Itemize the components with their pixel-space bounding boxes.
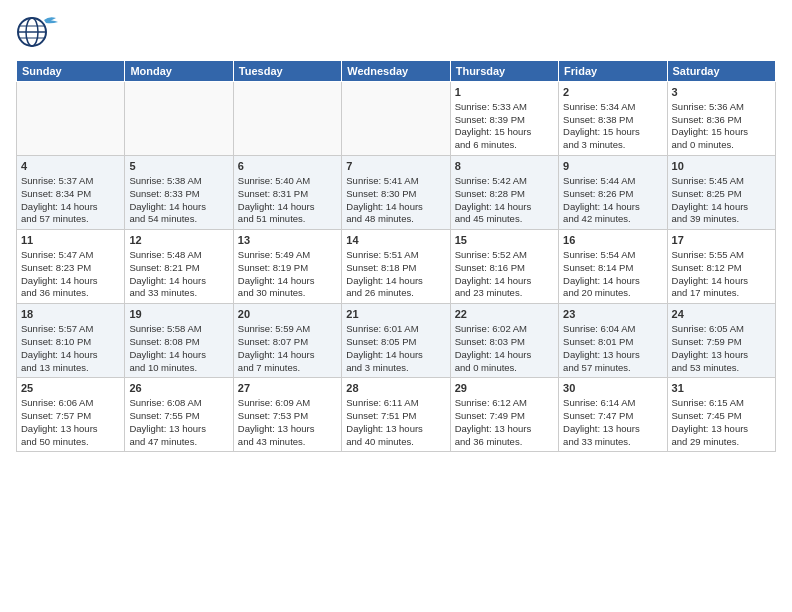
day-number: 31 [672, 381, 771, 396]
day-number: 1 [455, 85, 554, 100]
table-row: 28Sunrise: 6:11 AM Sunset: 7:51 PM Dayli… [342, 378, 450, 452]
day-info: Sunrise: 5:55 AM Sunset: 8:12 PM Dayligh… [672, 249, 771, 300]
day-number: 13 [238, 233, 337, 248]
day-info: Sunrise: 6:08 AM Sunset: 7:55 PM Dayligh… [129, 397, 228, 448]
table-row: 16Sunrise: 5:54 AM Sunset: 8:14 PM Dayli… [559, 230, 667, 304]
day-info: Sunrise: 6:11 AM Sunset: 7:51 PM Dayligh… [346, 397, 445, 448]
day-info: Sunrise: 5:41 AM Sunset: 8:30 PM Dayligh… [346, 175, 445, 226]
col-tuesday: Tuesday [233, 61, 341, 82]
day-info: Sunrise: 5:40 AM Sunset: 8:31 PM Dayligh… [238, 175, 337, 226]
day-info: Sunrise: 5:49 AM Sunset: 8:19 PM Dayligh… [238, 249, 337, 300]
table-row: 9Sunrise: 5:44 AM Sunset: 8:26 PM Daylig… [559, 156, 667, 230]
day-number: 22 [455, 307, 554, 322]
day-info: Sunrise: 5:38 AM Sunset: 8:33 PM Dayligh… [129, 175, 228, 226]
day-info: Sunrise: 6:12 AM Sunset: 7:49 PM Dayligh… [455, 397, 554, 448]
day-info: Sunrise: 5:57 AM Sunset: 8:10 PM Dayligh… [21, 323, 120, 374]
day-number: 26 [129, 381, 228, 396]
day-info: Sunrise: 5:52 AM Sunset: 8:16 PM Dayligh… [455, 249, 554, 300]
day-info: Sunrise: 5:33 AM Sunset: 8:39 PM Dayligh… [455, 101, 554, 152]
day-number: 17 [672, 233, 771, 248]
table-row: 2Sunrise: 5:34 AM Sunset: 8:38 PM Daylig… [559, 82, 667, 156]
day-info: Sunrise: 5:48 AM Sunset: 8:21 PM Dayligh… [129, 249, 228, 300]
calendar-week-row: 4Sunrise: 5:37 AM Sunset: 8:34 PM Daylig… [17, 156, 776, 230]
table-row [233, 82, 341, 156]
table-row: 20Sunrise: 5:59 AM Sunset: 8:07 PM Dayli… [233, 304, 341, 378]
day-info: Sunrise: 5:36 AM Sunset: 8:36 PM Dayligh… [672, 101, 771, 152]
table-row: 12Sunrise: 5:48 AM Sunset: 8:21 PM Dayli… [125, 230, 233, 304]
day-info: Sunrise: 5:45 AM Sunset: 8:25 PM Dayligh… [672, 175, 771, 226]
day-info: Sunrise: 5:37 AM Sunset: 8:34 PM Dayligh… [21, 175, 120, 226]
day-number: 3 [672, 85, 771, 100]
table-row: 11Sunrise: 5:47 AM Sunset: 8:23 PM Dayli… [17, 230, 125, 304]
table-row: 23Sunrise: 6:04 AM Sunset: 8:01 PM Dayli… [559, 304, 667, 378]
table-row [125, 82, 233, 156]
col-friday: Friday [559, 61, 667, 82]
day-number: 28 [346, 381, 445, 396]
col-thursday: Thursday [450, 61, 558, 82]
day-info: Sunrise: 6:02 AM Sunset: 8:03 PM Dayligh… [455, 323, 554, 374]
day-info: Sunrise: 5:59 AM Sunset: 8:07 PM Dayligh… [238, 323, 337, 374]
table-row: 17Sunrise: 5:55 AM Sunset: 8:12 PM Dayli… [667, 230, 775, 304]
table-row: 18Sunrise: 5:57 AM Sunset: 8:10 PM Dayli… [17, 304, 125, 378]
table-row: 22Sunrise: 6:02 AM Sunset: 8:03 PM Dayli… [450, 304, 558, 378]
day-number: 10 [672, 159, 771, 174]
day-number: 4 [21, 159, 120, 174]
day-number: 6 [238, 159, 337, 174]
table-row: 7Sunrise: 5:41 AM Sunset: 8:30 PM Daylig… [342, 156, 450, 230]
day-number: 9 [563, 159, 662, 174]
table-row: 31Sunrise: 6:15 AM Sunset: 7:45 PM Dayli… [667, 378, 775, 452]
day-info: Sunrise: 5:51 AM Sunset: 8:18 PM Dayligh… [346, 249, 445, 300]
day-info: Sunrise: 6:15 AM Sunset: 7:45 PM Dayligh… [672, 397, 771, 448]
day-number: 14 [346, 233, 445, 248]
day-info: Sunrise: 5:54 AM Sunset: 8:14 PM Dayligh… [563, 249, 662, 300]
day-number: 27 [238, 381, 337, 396]
page-container: Sunday Monday Tuesday Wednesday Thursday… [0, 0, 792, 612]
day-info: Sunrise: 5:58 AM Sunset: 8:08 PM Dayligh… [129, 323, 228, 374]
day-info: Sunrise: 5:42 AM Sunset: 8:28 PM Dayligh… [455, 175, 554, 226]
table-row: 6Sunrise: 5:40 AM Sunset: 8:31 PM Daylig… [233, 156, 341, 230]
table-row: 1Sunrise: 5:33 AM Sunset: 8:39 PM Daylig… [450, 82, 558, 156]
table-row [342, 82, 450, 156]
table-row: 29Sunrise: 6:12 AM Sunset: 7:49 PM Dayli… [450, 378, 558, 452]
day-number: 11 [21, 233, 120, 248]
day-number: 25 [21, 381, 120, 396]
table-row: 5Sunrise: 5:38 AM Sunset: 8:33 PM Daylig… [125, 156, 233, 230]
table-row: 27Sunrise: 6:09 AM Sunset: 7:53 PM Dayli… [233, 378, 341, 452]
table-row: 25Sunrise: 6:06 AM Sunset: 7:57 PM Dayli… [17, 378, 125, 452]
calendar-week-row: 18Sunrise: 5:57 AM Sunset: 8:10 PM Dayli… [17, 304, 776, 378]
day-number: 2 [563, 85, 662, 100]
day-number: 19 [129, 307, 228, 322]
table-row: 21Sunrise: 6:01 AM Sunset: 8:05 PM Dayli… [342, 304, 450, 378]
day-number: 18 [21, 307, 120, 322]
logo-icon [16, 12, 60, 52]
day-number: 29 [455, 381, 554, 396]
table-row: 10Sunrise: 5:45 AM Sunset: 8:25 PM Dayli… [667, 156, 775, 230]
calendar-header-row: Sunday Monday Tuesday Wednesday Thursday… [17, 61, 776, 82]
day-info: Sunrise: 6:06 AM Sunset: 7:57 PM Dayligh… [21, 397, 120, 448]
col-sunday: Sunday [17, 61, 125, 82]
table-row [17, 82, 125, 156]
day-number: 12 [129, 233, 228, 248]
table-row: 14Sunrise: 5:51 AM Sunset: 8:18 PM Dayli… [342, 230, 450, 304]
day-number: 16 [563, 233, 662, 248]
day-info: Sunrise: 6:05 AM Sunset: 7:59 PM Dayligh… [672, 323, 771, 374]
day-info: Sunrise: 5:47 AM Sunset: 8:23 PM Dayligh… [21, 249, 120, 300]
calendar-week-row: 25Sunrise: 6:06 AM Sunset: 7:57 PM Dayli… [17, 378, 776, 452]
day-number: 30 [563, 381, 662, 396]
day-info: Sunrise: 6:14 AM Sunset: 7:47 PM Dayligh… [563, 397, 662, 448]
day-number: 23 [563, 307, 662, 322]
day-info: Sunrise: 5:34 AM Sunset: 8:38 PM Dayligh… [563, 101, 662, 152]
day-info: Sunrise: 6:01 AM Sunset: 8:05 PM Dayligh… [346, 323, 445, 374]
day-number: 15 [455, 233, 554, 248]
day-info: Sunrise: 5:44 AM Sunset: 8:26 PM Dayligh… [563, 175, 662, 226]
day-number: 24 [672, 307, 771, 322]
table-row: 24Sunrise: 6:05 AM Sunset: 7:59 PM Dayli… [667, 304, 775, 378]
col-wednesday: Wednesday [342, 61, 450, 82]
calendar-table: Sunday Monday Tuesday Wednesday Thursday… [16, 60, 776, 452]
calendar-week-row: 11Sunrise: 5:47 AM Sunset: 8:23 PM Dayli… [17, 230, 776, 304]
day-number: 8 [455, 159, 554, 174]
day-number: 21 [346, 307, 445, 322]
day-info: Sunrise: 6:04 AM Sunset: 8:01 PM Dayligh… [563, 323, 662, 374]
table-row: 30Sunrise: 6:14 AM Sunset: 7:47 PM Dayli… [559, 378, 667, 452]
table-row: 4Sunrise: 5:37 AM Sunset: 8:34 PM Daylig… [17, 156, 125, 230]
